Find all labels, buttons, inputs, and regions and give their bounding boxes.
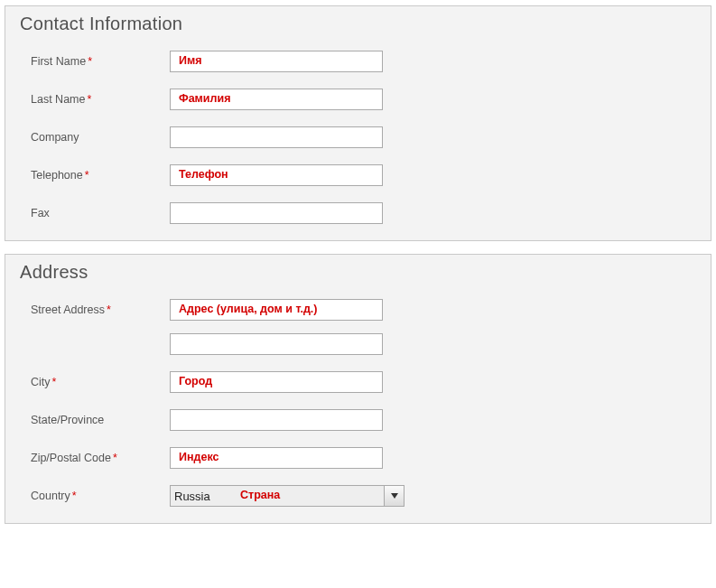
required-marker: *	[87, 93, 91, 106]
required-marker: *	[107, 303, 111, 316]
zip-input[interactable]	[170, 447, 383, 469]
telephone-row: Telephone* Телефон	[20, 164, 696, 186]
last-name-label: Last Name*	[20, 93, 170, 106]
company-label: Company	[20, 131, 170, 144]
fax-label: Fax	[20, 207, 170, 219]
zip-label: Zip/Postal Code*	[20, 452, 170, 464]
fax-input[interactable]	[170, 202, 383, 224]
fax-row: Fax	[20, 202, 696, 224]
last-name-row: Last Name* Фамилия	[20, 89, 696, 110]
required-marker: *	[113, 452, 117, 464]
contact-information-fieldset: Contact Information First Name* Имя Last…	[5, 5, 711, 241]
first-name-row: First Name* Имя	[20, 51, 696, 72]
state-label: State/Province	[20, 414, 170, 426]
address-fieldset: Address Street Address* Адрес (улица, до…	[5, 254, 711, 524]
telephone-label: Telephone*	[20, 169, 170, 182]
street-address-label: Street Address*	[20, 303, 170, 316]
required-marker: *	[52, 376, 57, 388]
country-select[interactable]: Russia	[170, 485, 404, 507]
street-address-2-row	[20, 333, 696, 355]
company-input[interactable]	[170, 126, 383, 148]
country-row: Country* Russia Страна	[20, 485, 696, 507]
address-legend: Address	[20, 262, 696, 283]
state-input[interactable]	[170, 409, 383, 431]
required-marker: *	[88, 55, 92, 68]
street-address-2-input[interactable]	[170, 333, 383, 355]
required-marker: *	[85, 169, 89, 182]
state-row: State/Province	[20, 409, 696, 431]
first-name-label: First Name*	[20, 55, 170, 68]
street-address-input[interactable]	[170, 299, 383, 321]
first-name-input[interactable]	[170, 51, 383, 72]
required-marker: *	[72, 490, 77, 502]
country-label: Country*	[20, 490, 170, 502]
contact-legend: Contact Information	[20, 14, 696, 34]
telephone-input[interactable]	[170, 164, 383, 186]
city-label: City*	[20, 376, 170, 388]
street-address-row: Street Address* Адрес (улица, дом и т.д.…	[20, 299, 696, 321]
last-name-input[interactable]	[170, 89, 383, 110]
city-row: City* Город	[20, 371, 696, 393]
company-row: Company	[20, 126, 696, 148]
city-input[interactable]	[170, 371, 383, 393]
zip-row: Zip/Postal Code* Индекс	[20, 447, 696, 469]
